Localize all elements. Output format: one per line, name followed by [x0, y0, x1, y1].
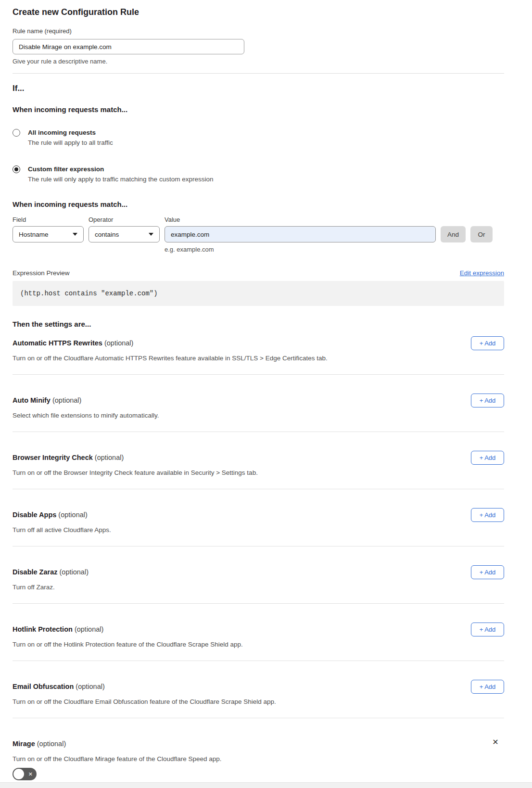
- rule-name-helper: Give your rule a descriptive name.: [13, 57, 504, 65]
- add-button[interactable]: + Add: [471, 451, 504, 465]
- value-helper: e.g. example.com: [165, 245, 436, 254]
- and-button[interactable]: And: [441, 226, 466, 242]
- setting-description: Turn on or off the Hotlink Protection fe…: [13, 640, 504, 648]
- setting-optional-tag: (optional): [95, 454, 124, 461]
- setting-name: Disable Zaraz: [13, 568, 58, 576]
- page-title: Create new Configuration Rule: [13, 7, 504, 17]
- field-select[interactable]: Hostname: [13, 226, 84, 242]
- setting-mirage: Mirage (optional) Turn on or off the Clo…: [13, 718, 504, 788]
- expression-preview-label: Expression Preview: [13, 269, 70, 277]
- setting-name: Disable Apps: [13, 511, 56, 519]
- then-settings-heading: Then the settings are...: [13, 319, 504, 329]
- operator-label: Operator: [89, 216, 160, 224]
- value-input[interactable]: [165, 226, 436, 242]
- setting-email-obfuscation: Email Obfuscation (optional) Turn on or …: [13, 661, 504, 718]
- radio-unselected-icon: [13, 129, 20, 137]
- setting-name: Hotlink Protection: [13, 625, 73, 633]
- setting-optional-tag: (optional): [52, 396, 81, 404]
- radio-label: All incoming requests: [28, 128, 113, 137]
- footer-strip: [0, 782, 532, 788]
- setting-optional-tag: (optional): [37, 740, 66, 748]
- setting-disable-zaraz: Disable Zaraz (optional) Turn off Zaraz.…: [13, 547, 504, 604]
- field-label: Field: [13, 216, 84, 224]
- radio-description: The rule will apply to all traffic: [28, 139, 113, 147]
- setting-name: Mirage: [13, 740, 35, 748]
- edit-expression-link[interactable]: Edit expression: [460, 269, 504, 277]
- setting-name: Automatic HTTPS Rewrites: [13, 339, 102, 347]
- operator-select[interactable]: contains: [89, 226, 160, 242]
- add-button[interactable]: + Add: [471, 623, 504, 636]
- match-heading: When incoming requests match...: [13, 105, 504, 114]
- setting-name: Email Obfuscation: [13, 683, 74, 690]
- setting-name: Auto Minify: [13, 396, 51, 404]
- setting-description: Turn off Zaraz.: [13, 583, 504, 591]
- rule-name-input[interactable]: [13, 39, 244, 54]
- operator-select-value: contains: [95, 231, 119, 238]
- setting-description: Turn on or off the Cloudflare Email Obfu…: [13, 698, 504, 706]
- setting-description: Turn on or off the Cloudflare Mirage fea…: [13, 755, 504, 763]
- add-button[interactable]: + Add: [471, 508, 504, 522]
- setting-optional-tag: (optional): [104, 339, 133, 347]
- toggle-knob: [13, 769, 24, 779]
- expression-code: (http.host contains "example.com"): [20, 290, 158, 297]
- setting-optional-tag: (optional): [58, 511, 87, 519]
- add-button[interactable]: + Add: [471, 336, 504, 350]
- mirage-toggle[interactable]: ✕: [13, 768, 37, 780]
- setting-description: Turn on or off the Cloudflare Automatic …: [13, 354, 504, 362]
- setting-optional-tag: (optional): [60, 568, 89, 576]
- close-icon[interactable]: ✕: [491, 737, 500, 747]
- expression-builder-row: Field Hostname Operator contains Value e…: [13, 216, 504, 254]
- add-button[interactable]: + Add: [471, 680, 504, 694]
- create-configuration-rule-form: Create new Configuration Rule Rule name …: [0, 7, 532, 788]
- setting-description: Turn off all active Cloudflare Apps.: [13, 526, 504, 534]
- radio-selected-icon: [13, 165, 20, 173]
- chevron-down-icon: [149, 233, 153, 236]
- rule-name-label: Rule name (required): [13, 27, 504, 35]
- setting-optional-tag: (optional): [75, 625, 103, 633]
- radio-all-incoming-requests[interactable]: All incoming requests The rule will appl…: [13, 128, 504, 147]
- field-select-value: Hostname: [19, 231, 49, 238]
- radio-custom-filter-expression[interactable]: Custom filter expression The rule will o…: [13, 165, 504, 183]
- chevron-down-icon: [73, 233, 77, 236]
- setting-disable-apps: Disable Apps (optional) Turn off all act…: [13, 489, 504, 547]
- setting-optional-tag: (optional): [76, 683, 104, 690]
- setting-auto-minify: Auto Minify (optional) Select which file…: [13, 375, 504, 432]
- setting-hotlink-protection: Hotlink Protection (optional) Turn on or…: [13, 604, 504, 661]
- if-heading: If...: [13, 83, 504, 93]
- expression-preview-box: (http.host contains "example.com"): [13, 281, 504, 306]
- radio-label: Custom filter expression: [28, 165, 213, 173]
- or-button[interactable]: Or: [470, 226, 493, 242]
- setting-automatic-https-rewrites: Automatic HTTPS Rewrites (optional) Turn…: [13, 329, 504, 375]
- setting-browser-integrity-check: Browser Integrity Check (optional) Turn …: [13, 432, 504, 489]
- setting-description: Turn on or off the Browser Integrity Che…: [13, 469, 504, 477]
- add-button[interactable]: + Add: [471, 394, 504, 407]
- radio-description: The rule will only apply to traffic matc…: [28, 175, 213, 183]
- value-label: Value: [165, 216, 436, 224]
- setting-name: Browser Integrity Check: [13, 454, 93, 461]
- add-button[interactable]: + Add: [471, 565, 504, 579]
- setting-description: Select which file extensions to minify a…: [13, 411, 504, 419]
- toggle-off-x-icon: ✕: [28, 768, 33, 780]
- expression-builder-heading: When incoming requests match...: [13, 200, 504, 209]
- section-divider: [13, 73, 504, 74]
